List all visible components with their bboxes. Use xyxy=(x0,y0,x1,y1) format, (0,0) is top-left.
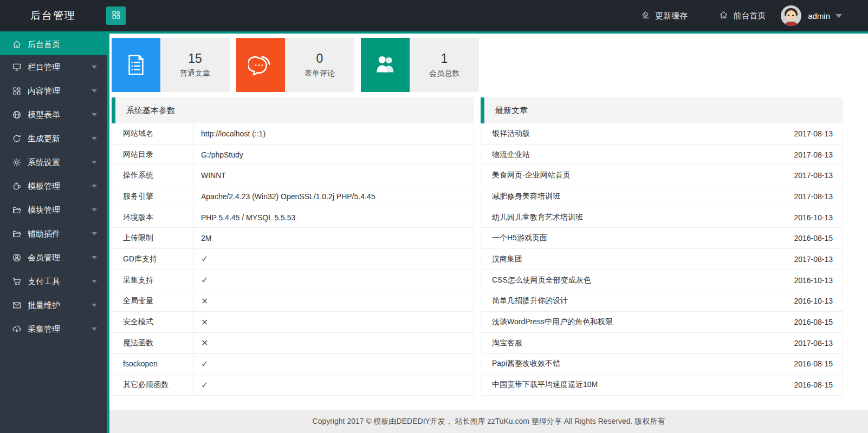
user-circle-icon xyxy=(12,253,22,263)
header-action-front-home[interactable]: 前台首页 xyxy=(719,10,766,21)
stat-value: 0 xyxy=(316,51,323,66)
article-title-link[interactable]: 银祥活动版 xyxy=(492,129,794,139)
stat-label: 普通文章 xyxy=(180,69,210,78)
article-title-link[interactable]: 淘宝客服 xyxy=(492,338,794,348)
menu-toggle-button[interactable] xyxy=(106,6,126,25)
sidebar-item-plugins[interactable]: 辅助插件 xyxy=(0,222,107,246)
chevron-down-icon xyxy=(92,161,97,164)
sidebar-item-columns[interactable]: 栏目管理 xyxy=(0,55,107,79)
sidebar-item-settings[interactable]: 系统设置 xyxy=(0,150,107,174)
chevron-down-icon xyxy=(92,137,97,140)
param-value: ✕ xyxy=(194,291,208,312)
param-value: http://localhost (::1) xyxy=(194,123,265,144)
sidebar-item-payment[interactable]: 支付工具 xyxy=(0,270,107,293)
chevron-down-icon xyxy=(92,327,97,331)
chevron-down-icon xyxy=(92,256,97,259)
system-param-row: 服务引擎Apache/2.4.23 (Win32) OpenSSL/1.0.2j… xyxy=(112,186,474,207)
chevron-down-icon xyxy=(92,185,97,188)
chevron-down-icon xyxy=(835,14,842,18)
chevron-down-icon xyxy=(92,232,97,235)
param-label: fsockopen xyxy=(112,354,194,375)
article-title-link[interactable]: 汉商集团 xyxy=(492,254,794,264)
article-row: 中国宽带下载平均速度逼近10M2016-08-15 xyxy=(481,375,843,396)
gear-icon xyxy=(12,158,22,167)
sidebar-item-dashboard[interactable]: 后台首页 xyxy=(0,34,107,55)
sidebar-item-label: 批量维护 xyxy=(28,300,92,311)
article-row: 汉商集团2017-08-13 xyxy=(481,249,843,270)
article-date: 2016-08-15 xyxy=(794,234,833,242)
stat-value: 1 xyxy=(441,51,448,66)
article-date: 2016-08-15 xyxy=(794,318,833,326)
article-title-link[interactable]: 减肥修身美容培训班 xyxy=(492,192,794,201)
cup-icon xyxy=(12,181,22,191)
article-date: 2016-08-15 xyxy=(794,359,833,368)
stat-card-comments[interactable]: 0表单评论 xyxy=(236,38,354,92)
user-menu[interactable]: admin xyxy=(781,5,842,26)
sidebar-item-label: 模块管理 xyxy=(28,205,92,215)
modules-grid-icon xyxy=(12,86,22,96)
article-date: 2017-08-13 xyxy=(794,171,833,180)
footer: Copyright 2017 © 模板由DEDEDIY开发， 站长图库 zzTu… xyxy=(109,410,868,433)
app-title: 后台管理 xyxy=(30,9,76,23)
system-param-row: 环境版本PHP 5.4.45 / MYSQL 5.5.53 xyxy=(112,207,474,228)
cart-icon xyxy=(12,277,22,286)
article-date: 2017-08-13 xyxy=(794,192,833,201)
stat-card-articles[interactable]: 15普通文章 xyxy=(112,38,230,92)
system-params-table: 网站域名http://localhost (::1)网站目录G:/phpStud… xyxy=(112,123,474,396)
sidebar-menu: 后台首页栏目管理内容管理模型表单生成更新系统设置模板管理模块管理辅助插件会员管理… xyxy=(0,34,109,433)
article-title-link[interactable]: 一个H5游戏页面 xyxy=(492,233,794,243)
refresh-icon xyxy=(12,134,22,143)
param-label: 其它必须函数 xyxy=(112,375,194,395)
param-value: ✕ xyxy=(194,333,208,353)
stat-card-members[interactable]: 1会员总数 xyxy=(361,38,479,92)
header-action-update-cache[interactable]: 更新缓存 xyxy=(641,10,688,21)
article-date: 2017-08-13 xyxy=(794,129,833,138)
system-param-row: fsockopen✓ xyxy=(112,354,474,375)
sidebar-item-label: 后台首页 xyxy=(28,40,97,50)
sidebar-item-model-forms[interactable]: 模型表单 xyxy=(0,103,107,127)
sidebar-item-content[interactable]: 内容管理 xyxy=(0,79,107,103)
sidebar-item-templates[interactable]: 模板管理 xyxy=(0,174,107,198)
globe-icon xyxy=(12,110,22,120)
param-value: G:/phpStudy xyxy=(194,145,243,165)
sidebar-item-label: 模板管理 xyxy=(28,181,92,192)
article-title-link[interactable]: 简单几招提升你的设计 xyxy=(492,296,794,306)
article-date: 2017-08-13 xyxy=(794,255,833,264)
article-title-link[interactable]: Papi酱整改收效不错 xyxy=(492,359,794,369)
eraser-icon xyxy=(641,10,650,21)
chevron-down-icon xyxy=(92,65,97,69)
sidebar-item-generate[interactable]: 生成更新 xyxy=(0,127,107,150)
article-row: Papi酱整改收效不错2016-08-15 xyxy=(481,354,843,375)
system-param-row: 操作系统WINNT xyxy=(112,165,474,186)
article-title-link[interactable]: 美食网页-企业网站首页 xyxy=(492,170,794,180)
param-label: 网站目录 xyxy=(112,145,194,165)
article-title-link[interactable]: 浅谈WordPress中用户的角色和权限 xyxy=(492,317,794,327)
article-row: 一个H5游戏页面2016-08-15 xyxy=(481,228,843,249)
header-action-label: 更新缓存 xyxy=(655,11,688,21)
system-param-row: 安全模式✕ xyxy=(112,312,474,333)
sidebar-item-collect[interactable]: 采集管理 xyxy=(0,317,107,341)
latest-articles-panel: 最新文章 银祥活动版2017-08-13物流企业站2017-08-13美食网页-… xyxy=(481,97,843,396)
system-param-row: GD库支持✓ xyxy=(112,249,474,270)
article-date: 2016-08-15 xyxy=(794,380,833,389)
article-title-link[interactable]: 中国宽带下载平均速度逼近10M xyxy=(492,380,794,390)
article-title-link[interactable]: 幼儿园儿童教育艺术培训班 xyxy=(492,213,794,222)
article-title-link[interactable]: 物流企业站 xyxy=(492,150,794,160)
main-content: 15普通文章0表单评论1会员总数 系统基本参数 网站域名http://local… xyxy=(109,34,868,433)
param-value: ✓ xyxy=(194,354,208,375)
system-param-row: 网站目录G:/phpStudy xyxy=(112,145,474,166)
sidebar-item-modules[interactable]: 模块管理 xyxy=(0,198,107,222)
article-date: 2016-10-13 xyxy=(794,297,833,305)
param-label: 采集支持 xyxy=(112,270,194,291)
sidebar-item-members[interactable]: 会员管理 xyxy=(0,246,107,270)
folder-icon xyxy=(12,229,22,239)
users-icon xyxy=(361,38,410,92)
home-icon xyxy=(719,10,728,21)
sidebar-item-batch[interactable]: 批量维护 xyxy=(0,293,107,317)
param-value: Apache/2.4.23 (Win32) OpenSSL/1.0.2j PHP… xyxy=(194,186,375,207)
param-value: 2M xyxy=(194,228,211,248)
param-label: 网站域名 xyxy=(112,123,194,144)
stat-label: 表单评论 xyxy=(305,69,335,78)
article-title-link[interactable]: CSS怎么使网页全部变成灰色 xyxy=(492,275,794,285)
system-params-panel: 系统基本参数 网站域名http://localhost (::1)网站目录G:/… xyxy=(112,97,474,396)
